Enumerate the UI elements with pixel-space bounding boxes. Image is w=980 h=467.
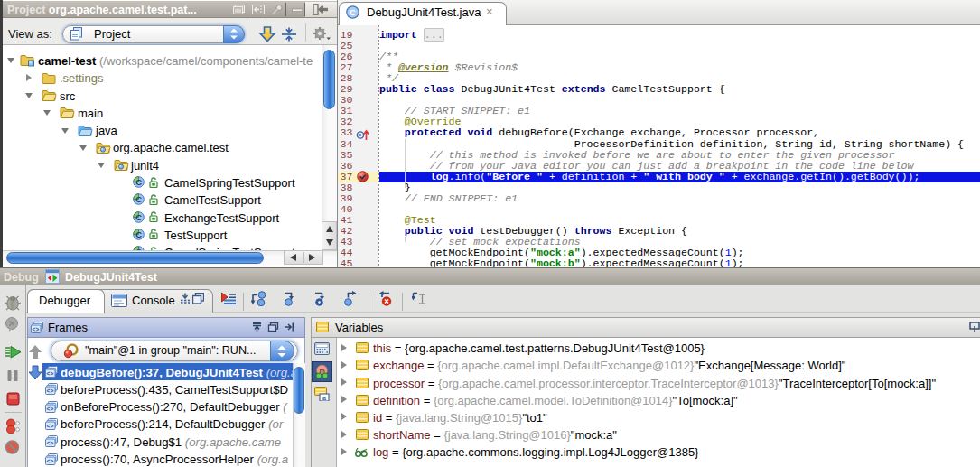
svg-text:a: a [322,395,326,401]
svg-text:C: C [350,7,356,17]
svg-text:<>: <> [47,388,54,395]
svg-text:<>: <> [47,406,54,412]
svg-text:C: C [135,194,142,204]
svg-text:<>: <> [47,423,54,429]
svg-text:<>: <> [47,458,54,464]
svg-text:<>: <> [47,371,54,378]
svg-text:<>: <> [47,441,54,447]
svg-text:C: C [135,229,142,239]
svg-text:<>: <> [33,327,40,333]
svg-text:C: C [135,177,142,187]
svg-text:C: C [135,212,142,222]
